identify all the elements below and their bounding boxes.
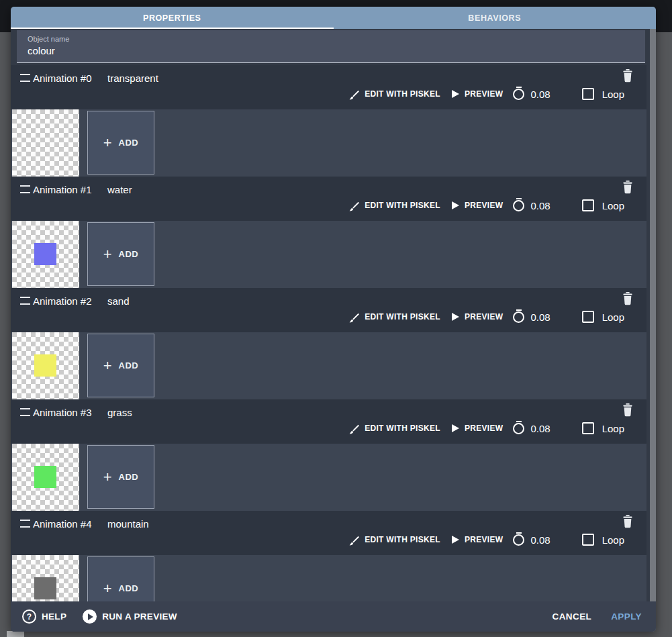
delete-animation-icon[interactable]	[622, 181, 633, 194]
add-frame-button[interactable]: + ADD	[87, 445, 154, 509]
edit-with-piskel-button[interactable]: EDIT WITH PISKEL	[348, 311, 440, 323]
frame-color-swatch	[34, 354, 56, 377]
drag-handle-icon[interactable]	[20, 74, 30, 82]
preview-button[interactable]: PREVIEW	[452, 201, 503, 210]
add-frame-label: ADD	[119, 472, 139, 482]
plus-icon: +	[103, 581, 112, 596]
loop-checkbox[interactable]	[582, 534, 594, 546]
frame-thumbnail[interactable]	[12, 332, 79, 399]
object-name-label: Object name	[28, 35, 69, 43]
dialog-footer: ? HELP RUN A PREVIEW CANCEL APPLY	[11, 601, 656, 632]
run-a-preview-label: RUN A PREVIEW	[102, 611, 177, 622]
edit-with-piskel-label: EDIT WITH PISKEL	[365, 424, 440, 433]
add-frame-button[interactable]: + ADD	[87, 111, 154, 175]
delete-animation-icon[interactable]	[622, 69, 633, 83]
run-a-preview-button[interactable]: RUN A PREVIEW	[83, 609, 177, 624]
stopwatch-icon	[513, 423, 524, 434]
background-window-fragment	[7, 631, 24, 637]
brush-icon	[348, 200, 360, 211]
animation-name-input[interactable]: grass	[107, 407, 132, 418]
stopwatch-icon	[513, 311, 524, 323]
loop-label: Loop	[602, 534, 624, 546]
loop-checkbox[interactable]	[582, 422, 594, 434]
stopwatch-icon	[513, 534, 524, 546]
delete-animation-icon[interactable]	[622, 515, 633, 528]
loop-checkbox[interactable]	[582, 199, 594, 211]
animation-section: Animation #3 grass EDIT WITH PISKEL	[11, 399, 646, 511]
time-between-frames-value[interactable]: 0.08	[530, 423, 550, 434]
drag-handle-icon[interactable]	[20, 185, 30, 193]
cancel-button[interactable]: CANCEL	[553, 611, 592, 622]
preview-label: PREVIEW	[465, 89, 503, 99]
tab-behaviors[interactable]: BEHAVIORS	[334, 7, 657, 29]
frame-color-swatch	[34, 466, 56, 488]
loop-checkbox[interactable]	[582, 311, 594, 323]
frames-row: + ADD	[11, 221, 646, 288]
run-preview-icon	[83, 609, 97, 624]
object-name-value[interactable]: colour	[28, 45, 55, 56]
loop-label: Loop	[602, 200, 624, 211]
vertical-scrollbar[interactable]	[650, 29, 656, 632]
animation-section: Animation #2 sand EDIT WITH PISKEL	[11, 288, 646, 399]
animation-name-input[interactable]: sand	[107, 295, 130, 307]
time-between-frames-value[interactable]: 0.08	[530, 534, 550, 546]
plus-icon: +	[103, 247, 112, 262]
help-button[interactable]: ? HELP	[22, 609, 66, 624]
tab-properties[interactable]: PROPERTIES	[11, 7, 334, 29]
frame-thumbnail[interactable]	[12, 555, 79, 601]
play-icon	[452, 313, 459, 321]
delete-animation-icon[interactable]	[622, 292, 633, 305]
edit-with-piskel-button[interactable]: EDIT WITH PISKEL	[348, 89, 440, 100]
animation-name-input[interactable]: water	[107, 184, 132, 195]
animation-header: Animation #1 water EDIT WITH PISKEL	[11, 177, 646, 221]
preview-label: PREVIEW	[465, 312, 503, 322]
brush-icon	[348, 423, 360, 434]
stopwatch-icon	[513, 200, 524, 211]
preview-button[interactable]: PREVIEW	[452, 535, 503, 544]
edit-with-piskel-button[interactable]: EDIT WITH PISKEL	[348, 200, 440, 211]
play-icon	[452, 536, 459, 544]
drag-handle-icon[interactable]	[20, 520, 30, 528]
tab-bar: PROPERTIES BEHAVIORS	[11, 7, 656, 29]
add-frame-label: ADD	[119, 583, 139, 593]
edit-with-piskel-button[interactable]: EDIT WITH PISKEL	[348, 534, 440, 546]
animation-header: Animation #0 transparent EDIT WITH PISKE…	[11, 65, 646, 109]
animation-name-input[interactable]: transparent	[107, 72, 158, 84]
loop-checkbox[interactable]	[582, 88, 594, 100]
time-between-frames-value[interactable]: 0.08	[530, 89, 550, 100]
animation-name-input[interactable]: mountain	[107, 518, 149, 530]
animation-title: Animation #0	[33, 72, 107, 84]
time-between-frames-value[interactable]: 0.08	[530, 311, 550, 323]
frame-thumbnail[interactable]	[12, 221, 79, 288]
delete-animation-icon[interactable]	[622, 403, 633, 417]
frames-row: + ADD	[11, 555, 646, 601]
loop-label: Loop	[602, 423, 624, 434]
preview-button[interactable]: PREVIEW	[452, 424, 503, 433]
frame-color-swatch	[34, 577, 56, 599]
add-frame-button[interactable]: + ADD	[87, 556, 154, 601]
drag-handle-icon[interactable]	[20, 408, 30, 416]
edit-with-piskel-label: EDIT WITH PISKEL	[365, 89, 440, 99]
add-frame-button[interactable]: + ADD	[87, 222, 154, 286]
frame-thumbnail[interactable]	[12, 109, 79, 177]
frames-row: + ADD	[11, 332, 646, 399]
animation-section: Animation #0 transparent EDIT WITH PISKE…	[11, 65, 646, 177]
frame-color-swatch	[34, 243, 56, 265]
drag-handle-icon[interactable]	[20, 297, 30, 305]
help-icon: ?	[22, 609, 36, 624]
add-frame-label: ADD	[119, 360, 139, 371]
preview-button[interactable]: PREVIEW	[452, 312, 503, 322]
plus-icon: +	[103, 358, 112, 373]
frame-thumbnail[interactable]	[12, 444, 79, 511]
apply-button[interactable]: APPLY	[611, 611, 642, 622]
play-icon	[452, 424, 459, 432]
edit-with-piskel-button[interactable]: EDIT WITH PISKEL	[348, 423, 440, 434]
object-editor-dialog: PROPERTIES BEHAVIORS Object name colour …	[11, 7, 656, 632]
object-name-field[interactable]: Object name colour	[17, 30, 645, 63]
edit-with-piskel-label: EDIT WITH PISKEL	[365, 312, 440, 322]
time-between-frames-value[interactable]: 0.08	[530, 200, 550, 211]
add-frame-button[interactable]: + ADD	[87, 334, 154, 397]
plus-icon: +	[103, 470, 112, 485]
frames-row: + ADD	[11, 444, 646, 511]
preview-button[interactable]: PREVIEW	[452, 89, 503, 99]
